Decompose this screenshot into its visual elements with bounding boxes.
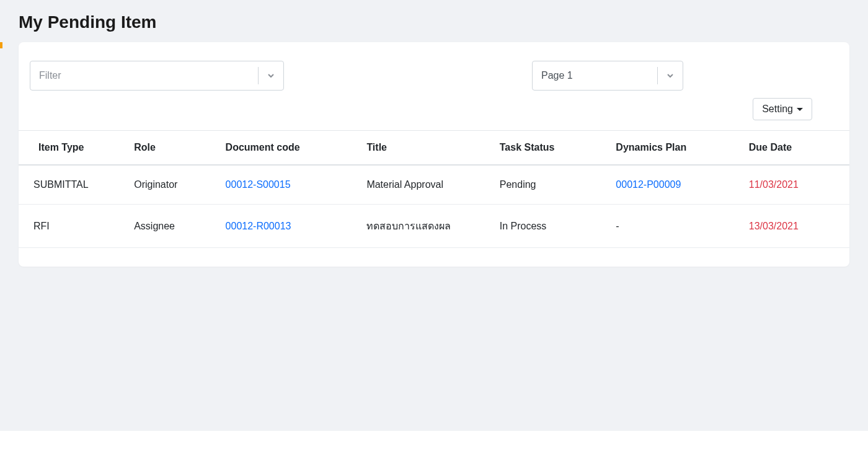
filter-select[interactable]: Filter — [30, 61, 284, 91]
controls-left: Filter — [30, 61, 284, 91]
header-task-status: Task Status — [492, 131, 609, 166]
caret-down-icon — [797, 108, 803, 111]
cell-role: Originator — [126, 165, 218, 205]
page-container: My Pending Item Filter Page 1 — [0, 0, 868, 267]
card: Filter Page 1 Setting — [19, 42, 849, 267]
header-dynamics-plan: Dynamics Plan — [608, 131, 741, 166]
header-title: Title — [359, 131, 492, 166]
cell-document-code: 00012-R00013 — [218, 205, 360, 248]
setting-button[interactable]: Setting — [753, 98, 812, 120]
cell-dynamics-plan: 00012-P00009 — [608, 165, 741, 205]
cell-task-status: In Process — [492, 205, 609, 248]
setting-row: Setting — [19, 98, 849, 120]
cell-title: Material Approval — [359, 165, 492, 205]
page-select[interactable]: Page 1 — [532, 61, 683, 91]
header-due-date: Due Date — [742, 131, 849, 166]
due-date-value: 13/03/2021 — [749, 221, 799, 231]
document-code-link[interactable]: 00012-S00015 — [226, 179, 291, 190]
chevron-down-icon — [259, 72, 283, 79]
cell-task-status: Pending — [492, 165, 609, 205]
cell-title: ทดสอบการแสดงผล — [359, 205, 492, 248]
page-title: My Pending Item — [19, 12, 849, 32]
document-code-link[interactable]: 00012-R00013 — [226, 221, 291, 231]
setting-button-label: Setting — [762, 104, 793, 115]
pending-items-table: Item Type Role Document code Title Task … — [19, 130, 849, 248]
chevron-down-icon — [658, 72, 683, 79]
cell-dynamics-plan: - — [608, 205, 741, 248]
footer-area — [0, 431, 868, 465]
controls-right: Page 1 — [309, 61, 838, 91]
header-document-code: Document code — [218, 131, 360, 166]
due-date-value: 11/03/2021 — [749, 179, 799, 190]
cell-due-date: 13/03/2021 — [742, 205, 849, 248]
page-select-value: Page 1 — [533, 70, 657, 81]
controls-row: Filter Page 1 — [19, 61, 849, 91]
filter-placeholder: Filter — [30, 70, 258, 81]
dynamics-plan-link[interactable]: 00012-P00009 — [616, 179, 681, 190]
cell-due-date: 11/03/2021 — [742, 165, 849, 205]
table-row: SUBMITTALOriginator00012-S00015Material … — [19, 165, 849, 205]
table-row: RFIAssignee00012-R00013ทดสอบการแสดงผลIn … — [19, 205, 849, 248]
cell-item-type: RFI — [19, 205, 126, 248]
table-header-row: Item Type Role Document code Title Task … — [19, 131, 849, 166]
header-role: Role — [126, 131, 218, 166]
accent-bar — [0, 42, 2, 48]
cell-document-code: 00012-S00015 — [218, 165, 360, 205]
header-item-type: Item Type — [19, 131, 126, 166]
cell-role: Assignee — [126, 205, 218, 248]
cell-item-type: SUBMITTAL — [19, 165, 126, 205]
